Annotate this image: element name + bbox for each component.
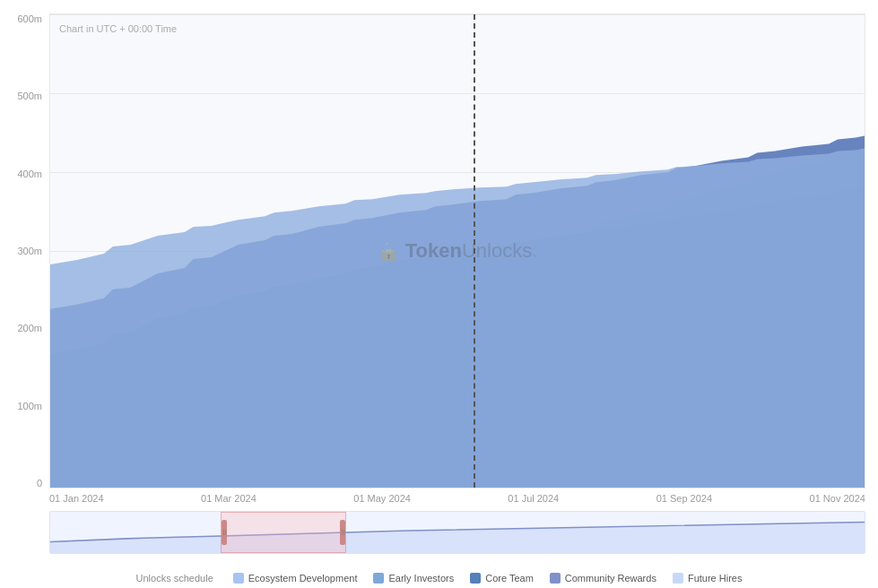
x-axis: 01 Jan 2024 01 Mar 2024 01 May 2024 01 J… xyxy=(49,489,865,508)
legend-item-future-hires: Future Hires xyxy=(673,573,743,584)
x-label-jul: 01 Jul 2024 xyxy=(508,493,559,504)
y-label-100m: 100m xyxy=(17,401,42,411)
legend-label-future-hires: Future Hires xyxy=(688,573,743,584)
legend-color-future-hires xyxy=(673,573,683,584)
legend: Unlocks schedule Ecosystem Development E… xyxy=(0,573,878,584)
legend-label-ecosystem: Ecosystem Development xyxy=(248,573,358,584)
legend-item-community-rewards: Community Rewards xyxy=(550,573,656,584)
y-label-300m: 300m xyxy=(17,246,42,256)
legend-label-early-investors: Early Investors xyxy=(388,573,454,584)
y-label-400m: 400m xyxy=(17,169,42,179)
y-label-600m: 600m xyxy=(17,13,42,24)
navigator-selection[interactable]: ⏸ ⏸ xyxy=(221,512,346,553)
legend-item-ecosystem: Ecosystem Development xyxy=(233,573,358,584)
x-label-mar: 01 Mar 2024 xyxy=(201,493,256,504)
legend-color-ecosystem xyxy=(233,573,244,584)
y-label-500m: 500m xyxy=(17,91,42,101)
legend-color-core-team xyxy=(470,573,481,584)
legend-color-community-rewards xyxy=(550,573,561,584)
navigator-handle-left[interactable]: ⏸ xyxy=(222,520,227,545)
legend-item-core-team: Core Team xyxy=(470,573,534,584)
y-label-200m: 200m xyxy=(17,323,42,333)
chart-svg xyxy=(50,14,865,488)
navigator-svg xyxy=(50,512,865,553)
legend-item-early-investors: Early Investors xyxy=(373,573,454,584)
legend-title: Unlocks schedule xyxy=(136,573,213,584)
legend-label-community-rewards: Community Rewards xyxy=(565,573,656,584)
y-axis: 600m 500m 400m 300m 200m 100m 0 xyxy=(0,13,49,489)
legend-label-core-team: Core Team xyxy=(485,573,534,584)
x-label-jan: 01 Jan 2024 xyxy=(49,493,104,504)
x-label-may: 01 May 2024 xyxy=(353,493,411,504)
y-label-0: 0 xyxy=(37,478,42,489)
chart-area: Chart in UTC + 00:00 Time xyxy=(49,13,865,489)
legend-color-early-investors xyxy=(373,573,384,584)
x-label-nov: 01 Nov 2024 xyxy=(810,493,865,504)
chart-container: 600m 500m 400m 300m 200m 100m 0 Chart in… xyxy=(0,0,878,588)
x-label-sep: 01 Sep 2024 xyxy=(656,493,712,504)
today-line: Today xyxy=(474,14,475,488)
navigator[interactable]: ⏸ ⏸ xyxy=(49,511,865,554)
navigator-handle-right[interactable]: ⏸ xyxy=(340,520,345,545)
